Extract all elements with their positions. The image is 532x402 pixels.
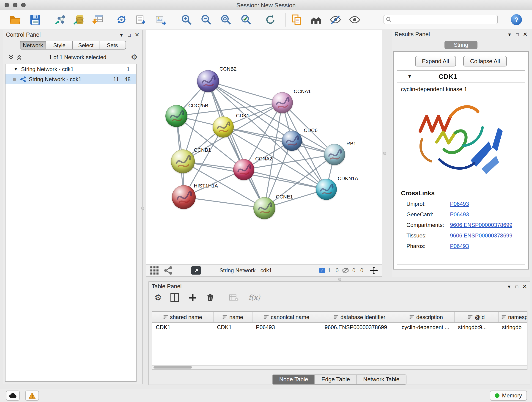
show-all-button[interactable] (347, 12, 362, 27)
splitter-handle[interactable] (141, 207, 144, 210)
table-cell[interactable]: 9606.ENSP00000378699 (321, 322, 398, 332)
column-header[interactable]: canonical name (252, 312, 321, 322)
network-node-label-ccnb1: CCNB1 (194, 147, 211, 153)
column-header[interactable]: namespac (498, 312, 527, 322)
import-network-from-database-button[interactable] (71, 12, 87, 27)
open-session-button[interactable] (7, 12, 23, 27)
scrollbar-thumb[interactable] (153, 366, 192, 369)
table-cell[interactable]: P06493 (252, 322, 321, 332)
export-network-button[interactable] (133, 12, 149, 27)
zoom-fit-button[interactable] (218, 12, 234, 27)
help-button[interactable]: ? (511, 14, 522, 25)
crosslink-link[interactable]: P06493 (450, 211, 469, 217)
table-cell[interactable]: stringdb (498, 322, 527, 332)
network-row[interactable]: String Network - cdk1 11 48 (6, 74, 136, 84)
birdseye-view-icon[interactable] (164, 266, 173, 275)
expand-all-button[interactable]: Expand All (415, 56, 456, 66)
save-session-button[interactable] (27, 12, 43, 27)
network-node-cdc25b[interactable] (165, 105, 187, 127)
tab-network-table[interactable]: Network Table (357, 375, 406, 385)
table-cell[interactable]: CDK1 (152, 322, 213, 332)
crosslink-row: Compartments:9606.ENSP00000378699 (397, 220, 525, 230)
tab-select[interactable]: Select (73, 41, 99, 49)
table-panel-close-icon[interactable]: ✕ (522, 283, 527, 290)
zoom-out-button[interactable] (198, 12, 214, 27)
network-node-ccna1[interactable] (272, 92, 293, 113)
network-node-cdk1[interactable] (213, 116, 234, 138)
network-node-cdc6[interactable] (282, 131, 302, 151)
control-panel-collapse-icon[interactable]: ▼ (119, 32, 124, 37)
network-node-rb1[interactable] (324, 144, 345, 165)
zoom-in-button[interactable] (179, 12, 194, 27)
pan-crosshair-icon[interactable] (370, 266, 378, 274)
splitter-handle[interactable] (338, 278, 341, 281)
crosslink-link[interactable]: P06493 (450, 201, 469, 207)
column-header[interactable]: name (213, 312, 252, 322)
network-node-ccnb1[interactable] (171, 149, 195, 173)
crosslink-link[interactable]: 9606.ENSP00000378699 (450, 222, 512, 228)
control-panel-float-icon[interactable]: □ (128, 32, 131, 37)
delete-column-icon[interactable] (205, 293, 215, 303)
network-node-ccna2[interactable] (233, 159, 254, 180)
crosslink-link[interactable]: 9606.ENSP00000378699 (450, 232, 512, 239)
tab-string[interactable]: String (444, 41, 477, 49)
protein-description: cyclin-dependent kinase 1 (397, 83, 525, 93)
column-header[interactable]: description (398, 312, 454, 322)
detach-view-icon[interactable] (191, 266, 201, 274)
expand-all-networks-icon[interactable] (8, 55, 14, 60)
network-node-cdkn1a[interactable] (316, 179, 337, 200)
results-panel-collapse-icon[interactable]: ▼ (507, 32, 512, 37)
grid-view-icon[interactable] (150, 266, 159, 275)
table-options-gear-icon[interactable]: ⚙ (154, 293, 162, 302)
cloud-status-button[interactable] (6, 390, 20, 401)
network-node-ccnb2[interactable] (197, 70, 219, 92)
copy-style-button[interactable] (289, 12, 304, 27)
first-neighbors-button[interactable] (308, 12, 324, 27)
section-collapse-icon[interactable]: ▼ (407, 74, 412, 79)
crosslink-link[interactable]: P06493 (450, 243, 469, 249)
crosslink-row: Pharos:P06493 (397, 241, 525, 251)
import-network-from-file-button[interactable] (52, 12, 68, 27)
network-node-hist1h1a[interactable] (172, 185, 196, 209)
memory-button[interactable]: Memory (490, 390, 527, 401)
network-node-label-ccne1: CCNE1 (276, 194, 293, 199)
import-table-from-file-button[interactable] (90, 12, 105, 27)
collapse-all-button[interactable]: Collapse All (463, 56, 507, 66)
tab-node-table[interactable]: Node Table (272, 375, 315, 385)
table-cell[interactable]: cyclin-dependent ... (398, 322, 454, 332)
tab-network[interactable]: Network (20, 41, 46, 49)
table-horizontal-scrollbar[interactable] (152, 365, 527, 370)
warnings-button[interactable] (25, 390, 39, 401)
results-panel-float-icon[interactable]: □ (516, 32, 519, 37)
column-header[interactable]: @id (454, 312, 498, 322)
tree-expand-icon[interactable]: ▼ (14, 67, 19, 71)
results-panel-close-icon[interactable]: ✕ (523, 31, 527, 38)
tab-style[interactable]: Style (46, 41, 73, 49)
network-options-gear-icon[interactable]: ⚙ (131, 54, 138, 61)
control-panel-close-icon[interactable]: ✕ (135, 32, 139, 38)
splitter-handle[interactable] (383, 152, 386, 155)
network-canvas[interactable]: CCNB2CCNA1CDC25BCDK1CDC6RB1CCNB1CCNA2CDK… (146, 30, 382, 264)
table-cell[interactable]: stringdb:9... (454, 322, 498, 332)
new-network-from-selection-button[interactable] (114, 12, 129, 27)
tab-edge-table[interactable]: Edge Table (315, 375, 357, 385)
collapse-all-networks-icon[interactable] (16, 55, 22, 60)
table-row[interactable]: CDK1CDK1P064939606.ENSP00000378699cyclin… (152, 322, 527, 332)
table-cell[interactable]: CDK1 (213, 322, 252, 332)
apply-layout-button[interactable] (263, 12, 278, 27)
add-column-icon[interactable] (187, 293, 197, 303)
column-header[interactable]: shared name (152, 312, 213, 322)
selected-indicator-checkbox[interactable]: ✓ (319, 268, 325, 273)
tab-sets[interactable]: Sets (99, 41, 126, 49)
show-columns-icon[interactable] (170, 293, 180, 303)
hide-selected-button[interactable] (328, 12, 343, 27)
network-collection-row[interactable]: ▼ String Network - cdk1 1 (6, 64, 136, 74)
export-image-button[interactable] (153, 12, 169, 27)
table-panel-collapse-icon[interactable]: ▼ (507, 284, 511, 289)
search-input[interactable] (384, 15, 498, 24)
network-node-ccne1[interactable] (253, 197, 275, 219)
zoom-selected-button[interactable] (238, 12, 254, 27)
column-header[interactable]: database identifier (321, 312, 398, 322)
protein-section-header[interactable]: ▼ CDK1 (397, 70, 525, 83)
table-panel-float-icon[interactable]: □ (515, 284, 518, 289)
